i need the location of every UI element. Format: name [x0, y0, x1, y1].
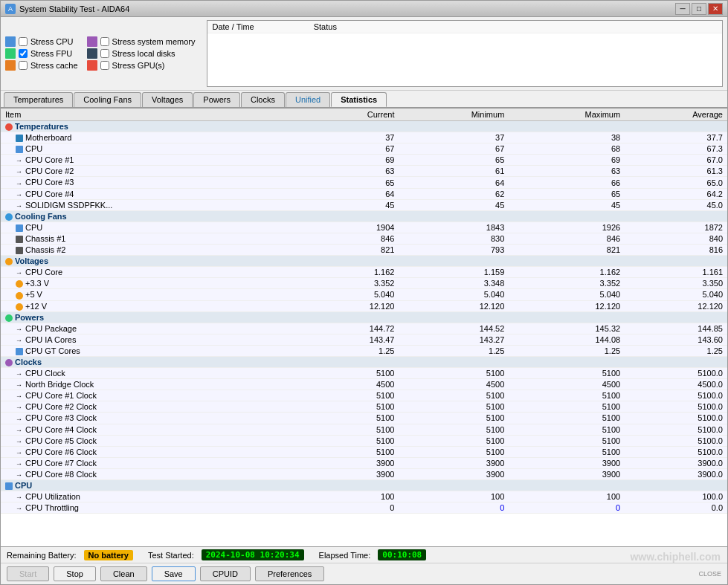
window-controls: ─ □ ✕ [675, 3, 723, 15]
row-item-label: CPU [1, 222, 304, 233]
row-average: 5.040 [625, 289, 727, 300]
row-minimum: 5100 [399, 401, 509, 413]
row-maximum: 12.120 [509, 300, 625, 311]
minimize-button[interactable]: ─ [675, 3, 690, 15]
stress-cpu-checkbox[interactable] [19, 37, 28, 46]
stop-button[interactable]: Stop [54, 566, 96, 581]
clean-button[interactable]: Clean [100, 566, 147, 581]
table-row: Temperatures [1, 121, 727, 132]
row-current: 63 [304, 166, 399, 177]
table-row: →CPU Core #4 Clock5100510051005100.0 [1, 424, 727, 435]
table-row: CPU GT Cores1.251.251.251.25 [1, 345, 727, 356]
row-current: 143.47 [304, 334, 399, 345]
table-row: Cooling Fans [1, 210, 727, 222]
row-item-label: →SOLIDIGM SSDPFKK... [1, 199, 304, 210]
elapsed-label: Elapsed Time: [319, 551, 371, 560]
row-current: 5100 [304, 390, 399, 401]
row-item-label: Motherboard [1, 132, 304, 143]
save-button[interactable]: Save [152, 566, 196, 581]
row-current: 37 [304, 132, 399, 143]
table-row: →CPU Core #263616361.3 [1, 166, 727, 177]
row-minimum: 5.040 [399, 289, 509, 300]
group-label: Temperatures [1, 121, 727, 132]
arrow-icon: → [16, 381, 23, 389]
circle-icon [16, 303, 23, 311]
stress-cache-label: Stress cache [30, 61, 78, 70]
row-maximum: 69 [509, 155, 625, 166]
table-row: Clocks [1, 356, 727, 367]
stress-cache-checkbox[interactable] [19, 61, 28, 70]
power-icon [5, 314, 13, 322]
row-average: 5100.0 [625, 401, 727, 413]
cpu-small-icon [16, 348, 23, 355]
stress-fpu-label: Stress FPU [30, 49, 72, 58]
box-icon [16, 247, 23, 254]
row-minimum: 5100 [399, 446, 509, 457]
row-item-label: Chassis #1 [1, 233, 304, 244]
row-maximum: 5100 [509, 446, 625, 457]
stress-fpu-checkbox[interactable] [19, 49, 28, 58]
stress-gpu-label: Stress GPU(s) [112, 61, 165, 70]
row-maximum: 3.352 [509, 278, 625, 289]
stress-memory-checkbox[interactable] [100, 37, 109, 46]
group-label: Clocks [1, 356, 727, 367]
row-minimum: 100 [399, 491, 509, 502]
row-average: 5100.0 [625, 413, 727, 424]
group-label: CPU [1, 480, 727, 491]
tab-voltages[interactable]: Voltages [142, 92, 193, 107]
tab-clocks[interactable]: Clocks [241, 92, 285, 107]
row-maximum: 3900 [509, 468, 625, 479]
arrow-icon: → [16, 471, 23, 479]
row-average: 12.120 [625, 300, 727, 311]
tab-cooling-fans[interactable]: Cooling Fans [74, 92, 141, 107]
arrow-icon: → [16, 438, 23, 445]
row-minimum: 12.120 [399, 300, 509, 311]
table-row: →CPU Core #3 Clock5100510051005100.0 [1, 413, 727, 424]
row-item-label: →CPU Core #8 Clock [1, 468, 304, 479]
stress-gpu-item: Stress GPU(s) [87, 60, 196, 71]
col-maximum: Maximum [509, 109, 625, 121]
row-current: 5100 [304, 435, 399, 446]
row-average: 37.7 [625, 132, 727, 143]
row-item-label: →CPU Core #1 [1, 155, 304, 166]
row-item-label: →CPU Core #3 [1, 177, 304, 188]
row-minimum: 144.52 [399, 323, 509, 334]
table-row: →CPU Core #7 Clock3900390039003900.0 [1, 457, 727, 468]
stress-cpu-item: Stress CPU [5, 36, 78, 47]
group-label: Powers [1, 311, 727, 323]
preferences-button[interactable]: Preferences [255, 566, 324, 581]
stress-fpu-item: Stress FPU [5, 48, 78, 59]
bottom-buttons: Start Stop Clean Save CPUID Preferences … [1, 563, 727, 584]
row-average: 144.85 [625, 323, 727, 334]
table-row: CPU1904184319261872 [1, 222, 727, 233]
group-label: Voltages [1, 256, 727, 267]
cpu-small-icon [16, 146, 23, 153]
tab-unified[interactable]: Unified [286, 92, 330, 107]
cpuid-button[interactable]: CPUID [200, 566, 251, 581]
row-maximum: 68 [509, 143, 625, 155]
stress-gpu-checkbox[interactable] [100, 61, 109, 70]
arrow-icon: → [16, 449, 23, 456]
row-current: 67 [304, 143, 399, 155]
start-button[interactable]: Start [7, 566, 49, 581]
row-minimum: 62 [399, 188, 509, 199]
row-maximum: 846 [509, 233, 625, 244]
clock-icon [5, 359, 13, 366]
tab-statistics[interactable]: Statistics [331, 92, 387, 107]
row-item-label: CPU [1, 143, 304, 155]
maximize-button[interactable]: □ [692, 3, 706, 15]
row-current: 5100 [304, 401, 399, 413]
row-maximum: 821 [509, 245, 625, 256]
table-row: +12 V12.12012.12012.12012.120 [1, 300, 727, 311]
row-average: 64.2 [625, 188, 727, 199]
row-minimum: 65 [399, 155, 509, 166]
cpu-icon [5, 36, 16, 47]
row-minimum: 3.348 [399, 278, 509, 289]
close-button[interactable]: ✕ [708, 3, 723, 15]
row-current: 1.162 [304, 267, 399, 278]
row-maximum: 100 [509, 491, 625, 502]
tab-temperatures[interactable]: Temperatures [4, 92, 73, 107]
stress-disks-checkbox[interactable] [100, 49, 109, 58]
cpu-small-icon [16, 224, 23, 232]
tab-powers[interactable]: Powers [193, 92, 240, 107]
